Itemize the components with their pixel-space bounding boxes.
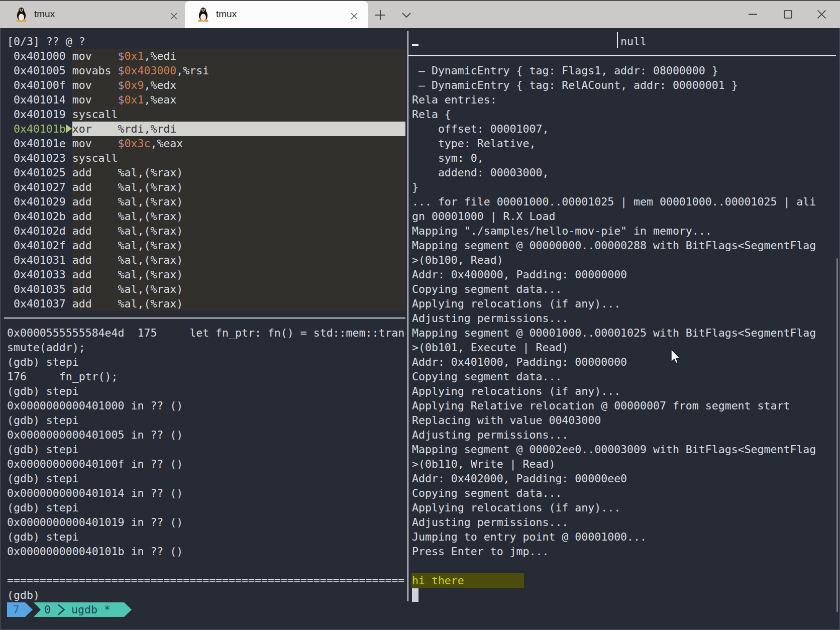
debuggee-row: type: Relative, <box>412 136 816 151</box>
asm-row: 0x401014 mov $0x1,%eax <box>7 92 209 107</box>
debuggee-row: Rela entries: <box>412 92 816 107</box>
debuggee-row: >(0b100, Read) <box>412 253 816 267</box>
tmux-status-bar: 7 0 ugdb * <box>0 602 840 617</box>
mouse-cursor <box>670 349 681 365</box>
console-row: (gdb) stepi <box>7 442 404 457</box>
console-row: 0x0000000000401014 in ?? () <box>7 486 404 500</box>
asm-row: 0x401023 syscall <box>7 151 209 165</box>
asm-row: 0x401035 add %al,(%rax) <box>7 282 209 296</box>
expression-input-cursor <box>412 44 418 46</box>
debuggee-row: Mapping segment @ 00000000..00000288 wit… <box>412 238 816 253</box>
console-row: 0x000000000040100f in ?? () <box>7 457 404 471</box>
debuggee-row: Applying Relative relocation @ 00000007 … <box>412 398 816 413</box>
linux-tux-icon <box>15 7 28 22</box>
debuggee-row: offset: 00001007, <box>412 122 816 136</box>
debuggee-row: Addr: 0x402000, Padding: 00000ee0 <box>412 471 816 486</box>
expression-table-column-separator <box>617 32 618 48</box>
tab-tmux-2-active[interactable]: tmux <box>185 1 368 28</box>
terminal-scrollbar[interactable] <box>836 258 838 612</box>
debuggee-row: Adjusting permissions... <box>412 515 816 530</box>
debuggee-row: Applying relocations (if any)... <box>412 296 816 311</box>
asm-row: 0x40102d add %al,(%rax) <box>7 224 209 238</box>
debuggee-row: Mapping segment @ 00002ee0..00003009 wit… <box>412 442 816 457</box>
debuggee-output-pane[interactable]: null — DynamicEntry { tag: Flags1, addr:… <box>412 34 816 588</box>
console-row: (gdb) stepi <box>7 355 404 369</box>
console-row: 0x0000000000401000 in ?? () <box>7 398 404 413</box>
expression-table-row: null <box>412 34 816 49</box>
tab-close-icon[interactable] <box>349 11 360 22</box>
window-left-border <box>0 28 1 630</box>
debuggee-row: Adjusting permissions... <box>412 428 816 442</box>
console-row: 0x0000000000401005 in ?? () <box>7 428 404 442</box>
console-row: (gdb) <box>7 588 404 602</box>
console-row: 0x0000555555584e4d 175 let fn_ptr: fn() … <box>7 326 404 340</box>
asm-row: 0x40102b add %al,(%rax) <box>7 209 209 224</box>
debuggee-row: } <box>412 180 816 194</box>
debuggee-terminal-cursor <box>412 588 418 602</box>
console-row: (gdb) stepi <box>7 413 404 428</box>
debuggee-row: Replacing with value 00403000 <box>412 413 816 428</box>
tab-title: tmux <box>216 9 237 20</box>
asm-row: 0x401025 add %al,(%rax) <box>7 165 209 180</box>
debuggee-row: Rela { <box>412 107 816 122</box>
asm-row: 0x40101e mov $0x3c,%eax <box>7 136 209 151</box>
debuggee-row: Jumping to entry point @ 00001000... <box>412 530 816 544</box>
minimize-button[interactable] <box>741 1 764 27</box>
titlebar[interactable]: tmux tmux <box>0 0 840 28</box>
tmux-session-name: 7 <box>7 602 25 617</box>
asm-row: 0x401037 add %al,(%rax) <box>7 296 209 311</box>
debuggee-row: Press Enter to jmp... <box>412 544 816 559</box>
console-row: (gdb) stepi <box>7 530 404 544</box>
debuggee-row: Addr: 0x401000, Padding: 00000000 <box>412 355 816 369</box>
new-tab-button[interactable] <box>373 9 388 22</box>
assembly-pane[interactable]: [0/3] ?? @ ? 0x401000 mov $0x1,%edi 0x40… <box>7 34 209 311</box>
console-row: (gdb) stepi <box>7 384 404 398</box>
terminal-content[interactable]: [0/3] ?? @ ? 0x401000 mov $0x1,%edi 0x40… <box>0 28 840 630</box>
pane-vertical-separator <box>407 31 408 601</box>
debuggee-row: >(0b110, Write | Read) <box>412 457 816 471</box>
debuggee-row: gn 00001000 | R.X Load <box>412 209 816 224</box>
debuggee-row: — DynamicEntry { tag: Flags1, addr: 0800… <box>412 63 816 78</box>
close-button[interactable] <box>810 1 833 27</box>
tmux-window-name: ugdb * <box>71 602 111 617</box>
debuggee-row: sym: 0, <box>412 151 816 165</box>
gdb-console-pane[interactable]: 0x0000555555584e4d 175 let fn_ptr: fn() … <box>7 326 404 602</box>
debuggee-row: Adjusting permissions... <box>412 311 816 326</box>
tmux-window-index: 0 <box>44 602 51 617</box>
asm-row: 0x40102f add %al,(%rax) <box>7 238 209 253</box>
asm-row: 0x401000 mov $0x1,%edi <box>7 49 209 63</box>
console-row: 0x000000000040101b in ?? () <box>7 544 404 559</box>
debuggee-row: ... for file 00001000..00001025 | mem 00… <box>412 194 816 209</box>
debuggee-row: Addr: 0x400000, Padding: 00000000 <box>412 267 816 282</box>
asm-row: 0x40100f mov $0x9,%edx <box>7 78 209 92</box>
current-instruction-arrow-icon <box>66 124 72 133</box>
expression-table-separator <box>408 55 836 56</box>
asm-row: 0x40101b xor %rdi,%rdi <box>7 122 209 136</box>
debuggee-row: >(0b101, Execute | Read) <box>412 340 816 355</box>
windows-terminal-window: { "window": { "tabs": [ {"label": "tmux"… <box>0 0 840 630</box>
powerline-chevron-icon <box>56 604 66 615</box>
console-row: (gdb) stepi <box>7 471 404 486</box>
console-row <box>7 559 404 573</box>
debuggee-row: Applying relocations (if any)... <box>412 384 816 398</box>
debuggee-row: hi there <box>412 573 816 588</box>
console-row: 176 fn_ptr(); <box>7 369 404 384</box>
maximize-button[interactable] <box>776 1 799 27</box>
console-row: smute(addr); <box>7 340 404 355</box>
console-row: 0x0000000000401019 in ?? () <box>7 515 404 530</box>
debuggee-row: Copying segment data... <box>412 486 816 500</box>
asm-row: 0x401033 add %al,(%rax) <box>7 267 209 282</box>
debuggee-row: — DynamicEntry { tag: RelACount, addr: 0… <box>412 78 816 92</box>
tab-tmux-1[interactable]: tmux <box>0 1 185 28</box>
debuggee-row: addend: 00003000, <box>412 165 816 180</box>
asm-row: 0x401029 add %al,(%rax) <box>7 194 209 209</box>
asm-row: 0x401027 add %al,(%rax) <box>7 180 209 194</box>
console-row: ========================================… <box>7 573 404 588</box>
asm-row: 0x401019 syscall <box>7 107 209 122</box>
asm-header: [0/3] ?? @ ? <box>7 34 209 49</box>
debuggee-row: Mapping "./samples/hello-mov-pie" in mem… <box>412 224 816 238</box>
tab-dropdown-chevron-icon[interactable] <box>399 9 414 22</box>
tab-close-icon[interactable] <box>168 11 179 22</box>
debuggee-row: Copying segment data... <box>412 369 816 384</box>
console-row: (gdb) stepi <box>7 500 404 515</box>
